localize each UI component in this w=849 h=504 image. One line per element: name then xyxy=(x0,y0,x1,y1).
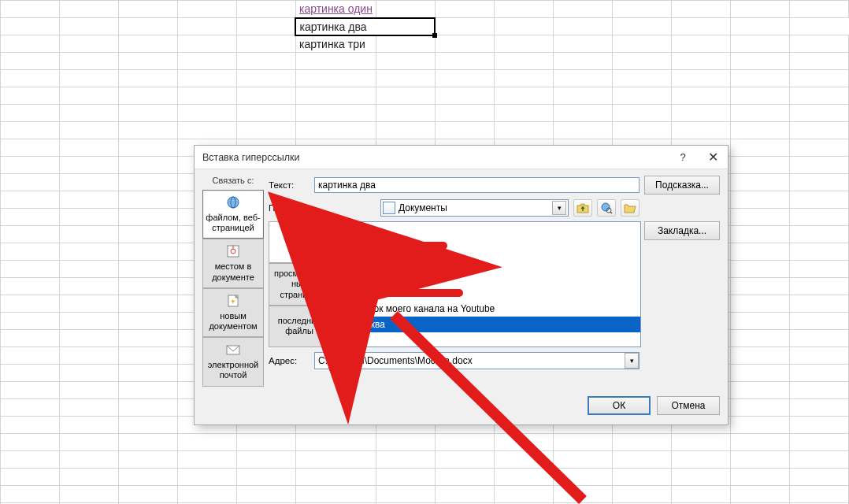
link-to-option-1[interactable]: местом вдокументе xyxy=(202,239,264,287)
link-to-icon xyxy=(225,195,241,209)
address-label: Адрес: xyxy=(269,356,310,365)
browse-tabs: текущаяпапкапросмотрен-ные страницыпосле… xyxy=(269,221,330,347)
svg-rect-13 xyxy=(343,257,344,266)
file-item[interactable]: OFFICE14 xyxy=(334,269,640,285)
cancel-button[interactable]: Отмена xyxy=(657,396,720,415)
insert-hyperlink-dialog: Вставка гиперссылки ? ✕ Связать с: файло… xyxy=(194,145,729,425)
file-item[interactable]: WМосква xyxy=(334,317,640,332)
text-label: Текст: xyxy=(269,180,310,190)
screen-tip-button[interactable]: Подсказка... xyxy=(644,176,720,195)
link-to-panel: Связать с: файлом, веб-страницейместом в… xyxy=(202,176,264,387)
bookmark-button[interactable]: Закладка... xyxy=(644,221,720,240)
link-to-option-3[interactable]: электроннойпочтой xyxy=(202,337,264,386)
browse-tab-0[interactable]: текущаяпапка xyxy=(269,221,330,263)
ok-button[interactable]: ОК xyxy=(588,396,651,415)
word-doc-icon: W xyxy=(337,302,350,315)
help-button[interactable]: ? xyxy=(668,146,698,169)
browse-tab-2[interactable]: последниефайлы xyxy=(269,306,330,347)
cell-text: картинка три xyxy=(296,38,369,50)
app-icon xyxy=(337,271,350,284)
svg-text:W: W xyxy=(340,290,347,298)
file-item[interactable]: W xyxy=(334,285,640,301)
svg-line-11 xyxy=(610,212,612,213)
file-list[interactable]: oCamcisco7911sccpOFFICE14WWЗначок моего … xyxy=(333,221,641,347)
dialog-footer: ОК Отмена xyxy=(195,396,728,424)
cell-link-3[interactable]: картинка три xyxy=(295,35,376,53)
globe-search-icon xyxy=(600,202,613,214)
display-text-input[interactable] xyxy=(314,177,640,193)
file-name: oCam xyxy=(353,224,378,235)
main-panel: Текст: Подсказка... Папка: Документы ▾ xyxy=(269,176,720,387)
word-doc-icon: W xyxy=(337,287,350,299)
folder-open-icon xyxy=(624,202,636,213)
cell-text: картинка два xyxy=(296,20,369,33)
svg-text:W: W xyxy=(340,306,347,313)
cell-link-1[interactable]: картинка один xyxy=(295,1,376,18)
file-item[interactable] xyxy=(334,238,640,254)
link-to-icon xyxy=(225,343,241,357)
chevron-down-icon[interactable]: ▾ xyxy=(552,201,566,215)
svg-text:✦: ✦ xyxy=(230,298,236,306)
link-to-label: Связать с: xyxy=(202,176,264,185)
svg-point-9 xyxy=(602,203,610,211)
file-name: Значок моего канала на Youtube xyxy=(353,303,495,314)
link-to-option-2[interactable]: ✦новымдокументом xyxy=(202,288,264,337)
close-button[interactable]: ✕ xyxy=(698,146,728,169)
file-item[interactable]: oCam xyxy=(334,222,640,238)
word-doc-icon: W xyxy=(337,318,350,331)
redacted-label xyxy=(353,242,447,250)
file-name: OFFICE14 xyxy=(353,272,398,283)
dialog-title: Вставка гиперссылки xyxy=(202,152,668,163)
folder-up-icon xyxy=(577,202,589,213)
chevron-down-icon[interactable]: ▾ xyxy=(625,353,639,369)
cell-text: картинка один xyxy=(296,2,376,15)
file-item[interactable]: WЗначок моего канала на Youtube xyxy=(334,301,640,317)
link-to-icon: ✦ xyxy=(225,294,241,308)
look-in-value: Документы xyxy=(395,202,552,213)
file-name: Москва xyxy=(353,319,385,330)
redacted-label xyxy=(353,289,463,297)
folder-icon xyxy=(337,239,350,252)
up-one-level-button[interactable] xyxy=(573,199,592,217)
dialog-titlebar[interactable]: Вставка гиперссылки ? ✕ xyxy=(195,146,728,169)
svg-point-0 xyxy=(228,197,239,208)
file-item[interactable]: cisco7911sccp xyxy=(334,254,640,269)
file-name: cisco7911sccp xyxy=(353,256,415,267)
svg-text:W: W xyxy=(340,321,347,329)
browse-tab-1[interactable]: просмотрен-ные страницы xyxy=(269,263,330,305)
close-icon: ✕ xyxy=(708,150,718,165)
link-to-option-0[interactable]: файлом, веб-страницей xyxy=(202,190,264,239)
documents-icon xyxy=(383,202,395,214)
address-input[interactable] xyxy=(315,353,625,369)
archive-icon xyxy=(337,255,350,268)
folder-icon xyxy=(337,224,350,236)
cell-selected[interactable]: картинка два xyxy=(295,18,435,35)
browse-web-button[interactable] xyxy=(597,199,616,217)
link-to-icon xyxy=(225,244,241,258)
look-in-combo[interactable]: Документы ▾ xyxy=(380,199,569,217)
browse-file-button[interactable] xyxy=(621,199,640,217)
folder-label: Папка: xyxy=(269,203,310,213)
